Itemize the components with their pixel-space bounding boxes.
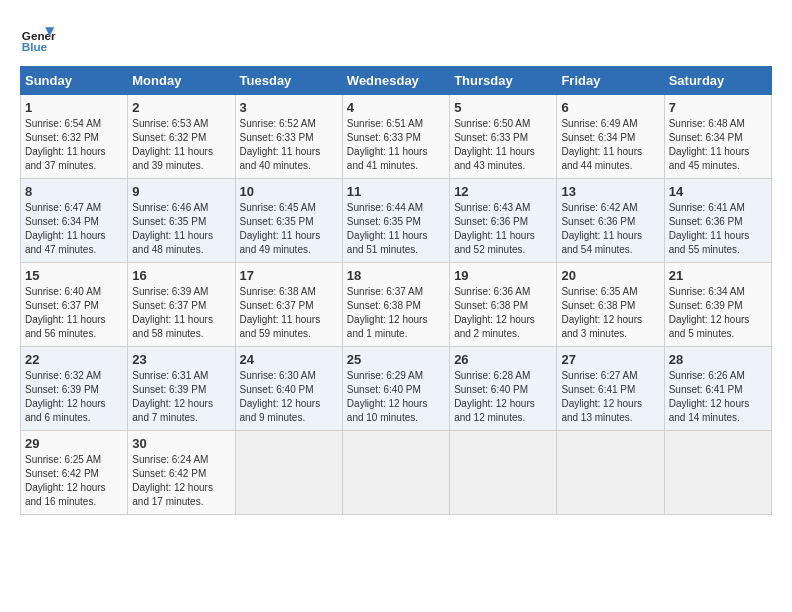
day-number: 13 [561,184,659,199]
calendar-week-row: 1 Sunrise: 6:54 AMSunset: 6:32 PMDayligh… [21,95,772,179]
calendar-cell: 1 Sunrise: 6:54 AMSunset: 6:32 PMDayligh… [21,95,128,179]
day-number: 27 [561,352,659,367]
calendar-cell: 7 Sunrise: 6:48 AMSunset: 6:34 PMDayligh… [664,95,771,179]
weekday-header-cell: Friday [557,67,664,95]
calendar-cell: 11 Sunrise: 6:44 AMSunset: 6:35 PMDaylig… [342,179,449,263]
day-number: 11 [347,184,445,199]
calendar-cell: 26 Sunrise: 6:28 AMSunset: 6:40 PMDaylig… [450,347,557,431]
calendar-cell [235,431,342,515]
calendar-cell: 10 Sunrise: 6:45 AMSunset: 6:35 PMDaylig… [235,179,342,263]
calendar-cell: 3 Sunrise: 6:52 AMSunset: 6:33 PMDayligh… [235,95,342,179]
calendar-cell [342,431,449,515]
calendar-week-row: 8 Sunrise: 6:47 AMSunset: 6:34 PMDayligh… [21,179,772,263]
day-info: Sunrise: 6:34 AMSunset: 6:39 PMDaylight:… [669,286,750,339]
day-number: 18 [347,268,445,283]
calendar-cell: 16 Sunrise: 6:39 AMSunset: 6:37 PMDaylig… [128,263,235,347]
calendar-table: SundayMondayTuesdayWednesdayThursdayFrid… [20,66,772,515]
day-number: 4 [347,100,445,115]
weekday-header-cell: Saturday [664,67,771,95]
day-number: 17 [240,268,338,283]
calendar-cell: 13 Sunrise: 6:42 AMSunset: 6:36 PMDaylig… [557,179,664,263]
calendar-cell: 22 Sunrise: 6:32 AMSunset: 6:39 PMDaylig… [21,347,128,431]
day-info: Sunrise: 6:44 AMSunset: 6:35 PMDaylight:… [347,202,428,255]
calendar-cell: 19 Sunrise: 6:36 AMSunset: 6:38 PMDaylig… [450,263,557,347]
day-number: 12 [454,184,552,199]
page-header: General Blue [20,20,772,56]
calendar-cell [450,431,557,515]
calendar-body: 1 Sunrise: 6:54 AMSunset: 6:32 PMDayligh… [21,95,772,515]
day-info: Sunrise: 6:51 AMSunset: 6:33 PMDaylight:… [347,118,428,171]
calendar-cell: 21 Sunrise: 6:34 AMSunset: 6:39 PMDaylig… [664,263,771,347]
day-info: Sunrise: 6:28 AMSunset: 6:40 PMDaylight:… [454,370,535,423]
day-number: 3 [240,100,338,115]
day-info: Sunrise: 6:40 AMSunset: 6:37 PMDaylight:… [25,286,106,339]
calendar-cell: 14 Sunrise: 6:41 AMSunset: 6:36 PMDaylig… [664,179,771,263]
day-info: Sunrise: 6:31 AMSunset: 6:39 PMDaylight:… [132,370,213,423]
calendar-cell [557,431,664,515]
day-number: 20 [561,268,659,283]
day-number: 30 [132,436,230,451]
calendar-cell: 9 Sunrise: 6:46 AMSunset: 6:35 PMDayligh… [128,179,235,263]
day-number: 2 [132,100,230,115]
logo-icon: General Blue [20,20,56,56]
calendar-cell: 18 Sunrise: 6:37 AMSunset: 6:38 PMDaylig… [342,263,449,347]
day-number: 29 [25,436,123,451]
calendar-cell: 28 Sunrise: 6:26 AMSunset: 6:41 PMDaylig… [664,347,771,431]
day-info: Sunrise: 6:54 AMSunset: 6:32 PMDaylight:… [25,118,106,171]
calendar-cell: 4 Sunrise: 6:51 AMSunset: 6:33 PMDayligh… [342,95,449,179]
weekday-header-cell: Monday [128,67,235,95]
day-info: Sunrise: 6:25 AMSunset: 6:42 PMDaylight:… [25,454,106,507]
day-number: 22 [25,352,123,367]
calendar-week-row: 22 Sunrise: 6:32 AMSunset: 6:39 PMDaylig… [21,347,772,431]
day-info: Sunrise: 6:27 AMSunset: 6:41 PMDaylight:… [561,370,642,423]
day-info: Sunrise: 6:42 AMSunset: 6:36 PMDaylight:… [561,202,642,255]
calendar-cell: 25 Sunrise: 6:29 AMSunset: 6:40 PMDaylig… [342,347,449,431]
day-info: Sunrise: 6:46 AMSunset: 6:35 PMDaylight:… [132,202,213,255]
day-info: Sunrise: 6:29 AMSunset: 6:40 PMDaylight:… [347,370,428,423]
day-info: Sunrise: 6:53 AMSunset: 6:32 PMDaylight:… [132,118,213,171]
calendar-cell: 27 Sunrise: 6:27 AMSunset: 6:41 PMDaylig… [557,347,664,431]
calendar-cell: 17 Sunrise: 6:38 AMSunset: 6:37 PMDaylig… [235,263,342,347]
day-number: 5 [454,100,552,115]
day-number: 23 [132,352,230,367]
logo: General Blue [20,20,56,56]
day-info: Sunrise: 6:50 AMSunset: 6:33 PMDaylight:… [454,118,535,171]
day-number: 26 [454,352,552,367]
calendar-week-row: 29 Sunrise: 6:25 AMSunset: 6:42 PMDaylig… [21,431,772,515]
day-info: Sunrise: 6:48 AMSunset: 6:34 PMDaylight:… [669,118,750,171]
svg-text:Blue: Blue [22,40,48,53]
day-number: 7 [669,100,767,115]
day-number: 16 [132,268,230,283]
weekday-header-cell: Thursday [450,67,557,95]
day-number: 1 [25,100,123,115]
day-info: Sunrise: 6:49 AMSunset: 6:34 PMDaylight:… [561,118,642,171]
day-number: 15 [25,268,123,283]
day-info: Sunrise: 6:37 AMSunset: 6:38 PMDaylight:… [347,286,428,339]
weekday-header-cell: Tuesday [235,67,342,95]
day-info: Sunrise: 6:39 AMSunset: 6:37 PMDaylight:… [132,286,213,339]
calendar-cell: 24 Sunrise: 6:30 AMSunset: 6:40 PMDaylig… [235,347,342,431]
calendar-cell: 15 Sunrise: 6:40 AMSunset: 6:37 PMDaylig… [21,263,128,347]
calendar-cell [664,431,771,515]
day-info: Sunrise: 6:32 AMSunset: 6:39 PMDaylight:… [25,370,106,423]
day-number: 6 [561,100,659,115]
calendar-cell: 30 Sunrise: 6:24 AMSunset: 6:42 PMDaylig… [128,431,235,515]
day-info: Sunrise: 6:43 AMSunset: 6:36 PMDaylight:… [454,202,535,255]
calendar-cell: 20 Sunrise: 6:35 AMSunset: 6:38 PMDaylig… [557,263,664,347]
day-info: Sunrise: 6:35 AMSunset: 6:38 PMDaylight:… [561,286,642,339]
day-info: Sunrise: 6:41 AMSunset: 6:36 PMDaylight:… [669,202,750,255]
day-info: Sunrise: 6:26 AMSunset: 6:41 PMDaylight:… [669,370,750,423]
day-number: 28 [669,352,767,367]
day-number: 9 [132,184,230,199]
weekday-header-cell: Wednesday [342,67,449,95]
calendar-week-row: 15 Sunrise: 6:40 AMSunset: 6:37 PMDaylig… [21,263,772,347]
day-info: Sunrise: 6:38 AMSunset: 6:37 PMDaylight:… [240,286,321,339]
calendar-cell: 8 Sunrise: 6:47 AMSunset: 6:34 PMDayligh… [21,179,128,263]
day-number: 25 [347,352,445,367]
calendar-cell: 5 Sunrise: 6:50 AMSunset: 6:33 PMDayligh… [450,95,557,179]
calendar-cell: 2 Sunrise: 6:53 AMSunset: 6:32 PMDayligh… [128,95,235,179]
weekday-header-row: SundayMondayTuesdayWednesdayThursdayFrid… [21,67,772,95]
calendar-cell: 12 Sunrise: 6:43 AMSunset: 6:36 PMDaylig… [450,179,557,263]
weekday-header-cell: Sunday [21,67,128,95]
day-info: Sunrise: 6:47 AMSunset: 6:34 PMDaylight:… [25,202,106,255]
